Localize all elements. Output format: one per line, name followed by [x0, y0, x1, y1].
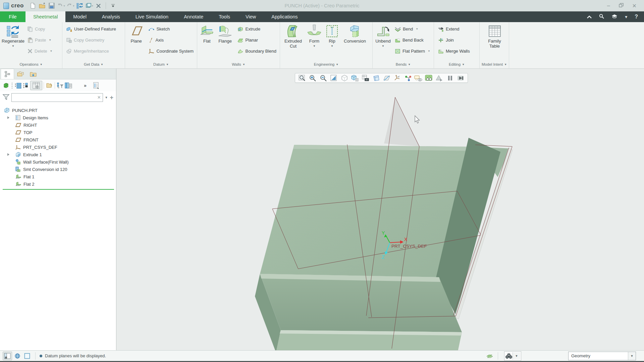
help-icon[interactable]: ? [635, 14, 638, 20]
plane-button[interactable]: Plane [127, 23, 145, 44]
group-label-editing[interactable]: Editing▼ [434, 60, 479, 68]
group-label-get-data[interactable]: Get Data▼ [62, 60, 125, 68]
expand-icon[interactable] [7, 116, 9, 119]
tab-model[interactable]: Model [65, 11, 94, 22]
tab-analysis[interactable]: Analysis [94, 11, 128, 22]
sketch-button[interactable]: Sketch [147, 23, 196, 35]
new-object-button[interactable] [23, 352, 32, 360]
tab-tools[interactable]: Tools [211, 11, 238, 22]
collapse-all-icon[interactable] [22, 81, 30, 90]
extend-button[interactable]: Extend [436, 23, 472, 35]
view-manager-icon[interactable] [361, 74, 370, 82]
planar-button[interactable]: Planar [235, 35, 278, 46]
sheetmetal-part[interactable] [255, 138, 513, 350]
tree-row-smt-conversion[interactable]: Smt Conversion id 120 [0, 166, 116, 173]
display-style-icon[interactable] [340, 74, 349, 82]
close-window-button[interactable] [94, 1, 103, 10]
flat-button[interactable]: Flat [199, 23, 215, 44]
folder-browser-tab[interactable] [14, 69, 27, 79]
learning-dropdown-arrow[interactable]: ▾ [625, 14, 627, 19]
toolbar-grip[interactable] [10, 81, 14, 90]
saved-orientations-icon[interactable] [351, 74, 360, 82]
tab-file[interactable]: File [0, 11, 25, 22]
regenerate-button[interactable]: Regenerate ▼ [2, 23, 24, 48]
rip-button[interactable]: Rip ▼ [324, 23, 340, 48]
tree-row-right-plane[interactable]: RIGHT [0, 121, 116, 129]
render-scene-icon[interactable] [424, 74, 433, 82]
bend-button[interactable]: Bend ▼ [393, 23, 432, 35]
minimize-button[interactable]: – [607, 3, 610, 9]
more-tools-icon[interactable]: » [81, 81, 89, 90]
tab-applications[interactable]: Applications [264, 11, 305, 22]
extruded-cut-button[interactable]: Extruded Cut [282, 23, 304, 49]
boundary-blend-button[interactable]: Boundary Blend [235, 46, 278, 57]
tree-row-extrude1[interactable]: Extrude 1 [0, 151, 116, 158]
selection-filter-combo[interactable]: Geometry ▼ [568, 352, 636, 360]
repaint-icon[interactable] [329, 74, 338, 82]
customize-toolbar-button[interactable] [109, 1, 117, 10]
search-icon[interactable] [599, 14, 604, 20]
redo-button[interactable]: ▾ [66, 1, 75, 10]
restore-button[interactable] [619, 3, 624, 9]
tree-row-flat2[interactable]: Flat 2 [0, 180, 116, 188]
tree-row-wall-surface[interactable]: Wall Surface(First Wall) [0, 158, 116, 166]
tree-row-front-plane[interactable]: FRONT [0, 136, 116, 143]
switch-windows-dropdown-arrow[interactable]: ▾ [92, 4, 93, 7]
pause-icon[interactable] [445, 74, 454, 82]
tree-filters-icon[interactable] [56, 81, 64, 90]
form-button[interactable]: Form ▼ [306, 23, 323, 48]
redo-dropdown-arrow[interactable]: ▾ [73, 4, 74, 7]
form-dropdown-arrow[interactable]: ▼ [313, 45, 316, 48]
find-dropdown-arrow[interactable]: ▼ [513, 352, 520, 360]
tree-row-part[interactable]: PUNCH.PRT [0, 107, 116, 114]
spin-center-icon[interactable] [403, 74, 412, 82]
flat-pattern-button[interactable]: Flat Pattern ▼ [393, 46, 432, 57]
datum-display-filters-icon[interactable] [382, 74, 391, 82]
simulation-warning-icon[interactable] [435, 74, 444, 82]
resume-icon[interactable] [456, 74, 465, 82]
group-label-engineering[interactable]: Engineering▼ [280, 60, 372, 68]
zoom-in-icon[interactable] [308, 74, 317, 82]
tree-search-input[interactable] [11, 93, 103, 102]
merge-walls-button[interactable]: Merge Walls [436, 46, 472, 57]
family-table-button[interactable]: Family Table [483, 23, 506, 49]
coordinate-system-button[interactable]: Coordinate System [147, 46, 196, 57]
clear-search-icon[interactable]: ✕ [97, 95, 101, 100]
conversion-button[interactable]: Conversion [341, 23, 369, 44]
bend-back-button[interactable]: Bend Back [393, 35, 432, 46]
open-file-button[interactable] [38, 1, 47, 10]
search-dropdown-arrow[interactable]: ▼ [105, 96, 108, 99]
regenerate-quick-button[interactable] [75, 1, 84, 10]
group-label-walls[interactable]: Walls▼ [197, 60, 280, 68]
new-file-button[interactable] [29, 1, 37, 10]
perspective-icon[interactable] [372, 74, 381, 82]
tree-mode-icon[interactable] [2, 81, 10, 90]
minimize-ribbon-icon[interactable] [587, 14, 592, 19]
group-label-operations[interactable]: Operations▼ [0, 60, 62, 68]
switch-windows-button[interactable]: ▾ [85, 1, 94, 10]
show-annotations-icon[interactable] [414, 74, 423, 82]
undo-dropdown-arrow[interactable]: ▾ [63, 4, 65, 7]
flange-button[interactable]: Flange [216, 23, 234, 44]
tree-row-flat1[interactable]: Flat 1 [0, 173, 116, 180]
open-settings-icon[interactable] [45, 81, 53, 90]
filter-funnel-icon[interactable] [3, 94, 9, 101]
tab-view[interactable]: View [238, 11, 264, 22]
learning-connector-icon[interactable] [611, 14, 618, 20]
bend-dropdown-arrow[interactable]: ▼ [416, 27, 418, 31]
expand-icon[interactable] [7, 153, 9, 156]
tree-layout-icon[interactable] [64, 81, 72, 90]
extrude-button[interactable]: Extrude [235, 23, 278, 35]
flatten-model-icon[interactable] [485, 352, 494, 360]
find-button[interactable]: ▼ [504, 351, 521, 361]
group-label-datum[interactable]: Datum▼ [125, 60, 197, 68]
tree-row-top-plane[interactable]: TOP [0, 129, 116, 136]
annotation-display-icon[interactable]: x/ [393, 74, 402, 82]
group-label-bends[interactable]: Bends▼ [373, 60, 434, 68]
web-browser-button[interactable] [13, 352, 22, 360]
group-label-model-intent[interactable]: Model Intent▼ [480, 60, 509, 68]
model-tree-tab[interactable] [1, 69, 14, 79]
regenerate-dropdown-arrow[interactable]: ▼ [12, 45, 14, 48]
undo-button[interactable]: ▾ [57, 1, 65, 10]
axis-button[interactable]: Axis [147, 35, 196, 46]
